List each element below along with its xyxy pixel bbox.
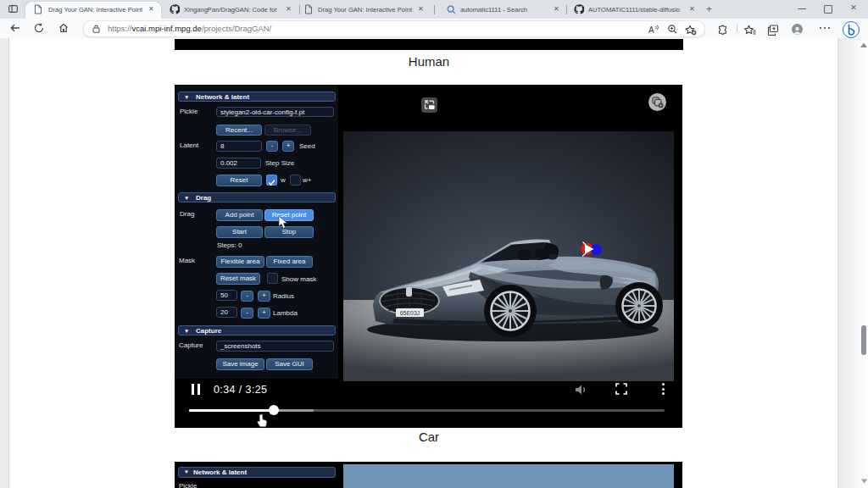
svg-text:65E03J: 65E03J (400, 310, 420, 316)
svg-text:A: A (648, 25, 654, 35)
